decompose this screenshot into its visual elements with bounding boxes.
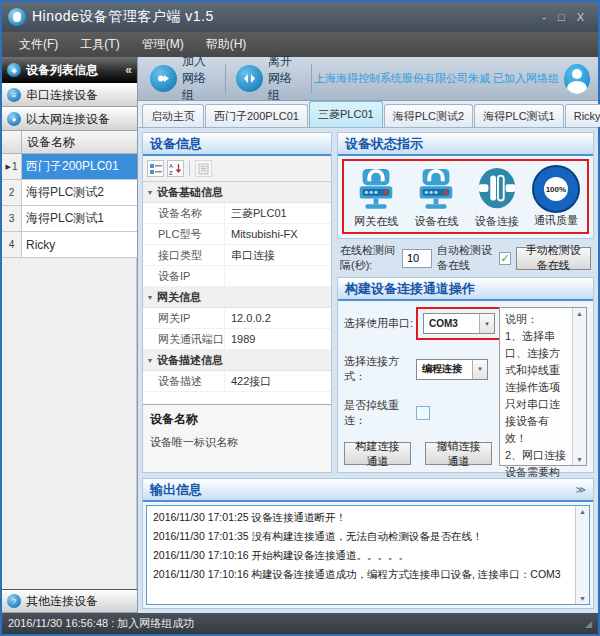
indicator-label: 通讯质量: [534, 213, 578, 228]
property-row[interactable]: 接口类型串口连接: [143, 245, 331, 266]
scroll-up-icon[interactable]: ▲: [576, 310, 583, 317]
scroll-down-icon[interactable]: ▼: [579, 595, 586, 602]
status-bar: 2016/11/30 16:56:48 : 加入网络组成功 ◢: [2, 613, 598, 634]
row-number: 4: [9, 239, 15, 250]
resize-grip[interactable]: ◢: [585, 619, 592, 629]
device-online-indicator: 设备在线: [413, 166, 459, 229]
manual-detect-button[interactable]: 手动检测设备在线: [516, 247, 591, 270]
build-channel-panel: 构建设备连接通道操作 选择使用串口: COM3 ▾: [337, 277, 594, 473]
categorized-view-icon[interactable]: [147, 160, 164, 177]
selected-row-marker: ▶: [6, 163, 11, 171]
user-avatar[interactable]: [564, 64, 590, 94]
dropdown-arrow-icon[interactable]: ▾: [472, 360, 487, 379]
sidebar-item-ethernet-devices[interactable]: ♦ 以太网连接设备: [2, 107, 137, 131]
property-row[interactable]: 网关通讯端口1989: [143, 329, 331, 350]
property-label: PLC型号: [143, 224, 225, 244]
svg-text:A: A: [169, 163, 173, 169]
property-label: 设备名称: [143, 203, 225, 223]
table-row[interactable]: ▶1 西门子200PLC01: [2, 154, 137, 180]
indicator-label: 设备在线: [414, 214, 458, 229]
device-online-icon: [413, 166, 459, 212]
sidebar-item-other-devices[interactable]: ? 其他连接设备: [2, 589, 137, 613]
close-button[interactable]: X: [577, 12, 584, 23]
serial-port-highlight-box: COM3 ▾: [416, 307, 502, 340]
toolbar-separator: [225, 64, 226, 94]
collapse-group-icon[interactable]: ▾: [143, 188, 157, 197]
log-line: 2016/11/30 17:01:35 没有构建连接通道，无法自动检测设备是否在…: [153, 527, 569, 546]
interval-label: 在线检测间隔(秒):: [340, 243, 397, 273]
indicator-label: 设备连接: [475, 214, 519, 229]
log-line: 2016/11/30 17:10:16 开始构建设备连接通道。。。。。: [153, 546, 569, 565]
property-row[interactable]: 网关IP12.0.0.2: [143, 308, 331, 329]
property-grid-toolbar: AZ: [143, 156, 331, 182]
sidebar-item-serial-devices[interactable]: ≡ 串口连接设备: [2, 83, 137, 107]
serial-port-select[interactable]: COM3 ▾: [423, 313, 495, 334]
menu-tools[interactable]: 工具(T): [69, 32, 130, 57]
serial-device-icon: ≡: [7, 88, 21, 102]
output-scrollbar[interactable]: ▲ ▼: [575, 506, 589, 604]
table-row[interactable]: 2 海得PLC测试2: [2, 180, 137, 206]
device-name-cell[interactable]: Ricky: [22, 232, 137, 257]
scroll-down-icon[interactable]: ▼: [576, 456, 583, 463]
property-row[interactable]: 设备IP: [143, 266, 331, 287]
build-channel-button[interactable]: 构建连接通道: [344, 442, 411, 465]
table-row[interactable]: 3 海得PLC测试1: [2, 206, 137, 232]
device-name-cell[interactable]: 海得PLC测试1: [22, 206, 137, 231]
leave-group-icon: [236, 65, 263, 92]
toolbar-separator: [311, 64, 312, 94]
sidebar-header: ◈ 设备列表信息 «: [2, 57, 137, 83]
sidebar-empty-area: [2, 258, 137, 589]
app-icon: [8, 8, 26, 26]
property-label: 网关通讯端口: [143, 329, 225, 349]
group-gateway[interactable]: ▾网关信息: [143, 287, 331, 308]
sort-alphabetical-icon[interactable]: AZ: [167, 160, 184, 177]
property-row[interactable]: 设备名称三菱PLC01: [143, 203, 331, 224]
leave-group-label: 离开网络组: [268, 53, 301, 104]
dropdown-arrow-icon[interactable]: ▾: [479, 314, 494, 333]
collapse-group-icon[interactable]: ▾: [143, 293, 157, 302]
auto-detect-checkbox[interactable]: ✓: [499, 252, 510, 265]
collapse-group-icon[interactable]: ▾: [143, 356, 157, 365]
connect-mode-select[interactable]: 编程连接 ▾: [416, 359, 488, 380]
tab-ricky[interactable]: Ricky: [565, 104, 600, 127]
maximize-button[interactable]: □: [558, 12, 565, 23]
property-label: 设备IP: [143, 266, 225, 286]
property-label: 接口类型: [143, 245, 225, 265]
app-window: Hinode设备管理客户端 v1.5 - □ X 文件(F) 工具(T) 管理(…: [0, 0, 600, 636]
collapse-sidebar-icon[interactable]: «: [125, 63, 132, 77]
reconnect-checkbox[interactable]: [416, 406, 430, 420]
toolbar-separator: [189, 161, 190, 176]
panel-options-icon[interactable]: ≫: [576, 484, 586, 495]
tab-hite-test2[interactable]: 海得PLC测试2: [384, 104, 474, 127]
ethernet-group-label: 以太网连接设备: [26, 111, 110, 128]
device-name-cell[interactable]: 西门子200PLC01: [22, 154, 137, 179]
join-group-button[interactable]: 加入网络组: [142, 60, 223, 98]
device-name-cell[interactable]: 海得PLC测试2: [22, 180, 137, 205]
instruction-line: 1、选择串口、连接方式和掉线重连操作选项只对串口连接设备有效！: [505, 328, 567, 447]
tab-mitsubishi-plc[interactable]: 三菱PLC01: [309, 101, 383, 127]
leave-group-button[interactable]: 离开网络组: [228, 60, 309, 98]
property-pages-icon[interactable]: [195, 160, 212, 177]
scroll-up-icon[interactable]: ▲: [579, 508, 586, 515]
minimize-button[interactable]: -: [542, 12, 546, 23]
property-row[interactable]: PLC型号Mitsubishi-FX: [143, 224, 331, 245]
tab-home[interactable]: 启动主页: [142, 104, 204, 127]
interval-input[interactable]: [402, 249, 432, 268]
instruction-box: 说明： 1、选择串口、连接方式和掉线重连操作选项只对串口连接设备有效！ 2、网口…: [499, 307, 587, 466]
group-device-basic[interactable]: ▾设备基础信息: [143, 182, 331, 203]
status-indicator-highlight-box: 网关在线 设备在线 设备连接: [342, 159, 589, 234]
group-description[interactable]: ▾设备描述信息: [143, 350, 331, 371]
tab-hite-test1[interactable]: 海得PLC测试1: [474, 104, 564, 127]
property-row[interactable]: 设备描述422接口: [143, 371, 331, 392]
device-name-header: 设备名称: [22, 131, 137, 153]
menu-file[interactable]: 文件(F): [8, 32, 69, 57]
window-title: Hinode设备管理客户端 v1.5: [32, 8, 214, 26]
row-number: 3: [9, 213, 15, 224]
tab-siemens-plc[interactable]: 西门子200PLC01: [205, 104, 308, 127]
table-row[interactable]: 4 Ricky: [2, 232, 137, 258]
revoke-channel-button[interactable]: 撤销连接通道: [425, 442, 492, 465]
device-table-header: 设备名称: [2, 131, 137, 154]
property-value: 1989: [225, 329, 331, 349]
property-grid: ▾设备基础信息 设备名称三菱PLC01 PLC型号Mitsubishi-FX 接…: [143, 182, 331, 404]
instruction-scrollbar[interactable]: ▲ ▼: [572, 308, 586, 465]
